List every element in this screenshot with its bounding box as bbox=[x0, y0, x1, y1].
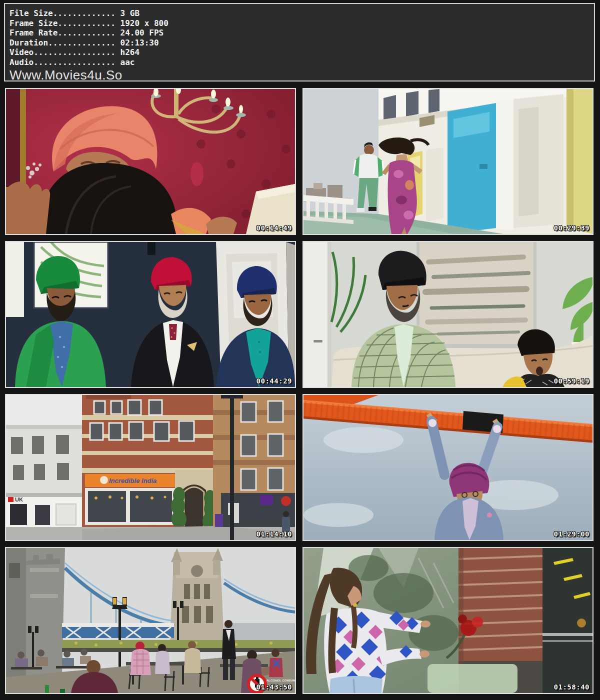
screenshot-still-5: UK Incredible India bbox=[5, 394, 296, 541]
screenshot-still-3: 00:44:29 bbox=[5, 241, 296, 388]
stone-tower-left bbox=[6, 548, 65, 677]
info-line-audio: Audio................. aac bbox=[10, 58, 594, 68]
timestamp: 01:29:00 bbox=[554, 530, 590, 538]
timestamp: 01:14:10 bbox=[256, 530, 292, 538]
scene-tower-bridge-cafe: ALCOHOL CONSUMPTION IS INJURIOUS bbox=[6, 548, 295, 693]
scene-beach-hut-promenade bbox=[304, 89, 592, 234]
timestamp: 01:58:40 bbox=[554, 683, 590, 691]
info-line-frame-rate: Frame Rate............ 24.00 FPS bbox=[10, 28, 594, 38]
lit-window-right bbox=[542, 548, 592, 693]
screenshot-still-1: 00:14:49 bbox=[5, 88, 296, 235]
street-lamp bbox=[230, 395, 234, 540]
timestamp: 00:29:39 bbox=[554, 224, 590, 232]
scene-sadhu-orange-turban bbox=[6, 89, 295, 234]
alcohol-warning-text: ALCOHOL CONSUMPTION IS INJURIOUS bbox=[266, 679, 295, 682]
screenshot-still-2: 00:29:39 bbox=[302, 88, 594, 235]
screenshot-still-8: 01:58:40 bbox=[302, 547, 594, 694]
abstract-painting bbox=[416, 242, 536, 348]
bank-logo bbox=[8, 497, 14, 502]
info-line-file-size: File Size............. 3 GB bbox=[10, 8, 594, 18]
scene-london-street: UK Incredible India bbox=[6, 395, 295, 540]
wall-art-left bbox=[6, 242, 24, 317]
shop-sign-uk: UK bbox=[15, 496, 23, 502]
info-line-video: Video................. h264 bbox=[10, 48, 594, 58]
blurred-planter bbox=[428, 664, 518, 693]
site-watermark: Www.Movies4u.So bbox=[10, 68, 594, 82]
building-left: UK bbox=[6, 425, 82, 540]
screenshot-still-7: ALCOHOL CONSUMPTION IS INJURIOUS 01:43:5… bbox=[5, 547, 296, 694]
timestamp: 00:44:29 bbox=[256, 377, 292, 385]
timestamp: 00:59:19 bbox=[554, 377, 590, 385]
peacock-logo-icon bbox=[100, 476, 108, 484]
scene-three-men-turbans bbox=[6, 242, 295, 387]
info-line-duration: Duration.............. 02:13:30 bbox=[10, 38, 594, 48]
scene-woman-throwing-flowers bbox=[304, 548, 592, 693]
storefront-sign-text: Incredible India bbox=[109, 477, 156, 484]
info-line-frame-size: Frame Size............ 1920 x 800 bbox=[10, 18, 594, 28]
screenshot-still-6: 01:29:00 bbox=[302, 394, 594, 541]
timestamp: 00:14:49 bbox=[256, 224, 292, 232]
scene-two-men-sofa bbox=[304, 242, 592, 387]
media-info-panel: File Size............. 3 GB Frame Size..… bbox=[4, 3, 595, 82]
door-left bbox=[304, 242, 332, 387]
wheelie-bin bbox=[215, 514, 223, 527]
screenshot-grid: 00:14:49 bbox=[5, 88, 594, 694]
timestamp: 01:43:50 bbox=[256, 683, 292, 691]
screenshot-still-4: 00:59:19 bbox=[302, 241, 594, 388]
scene-hanging-from-pipe bbox=[304, 395, 592, 540]
building-center-brick: Incredible India bbox=[82, 395, 218, 535]
